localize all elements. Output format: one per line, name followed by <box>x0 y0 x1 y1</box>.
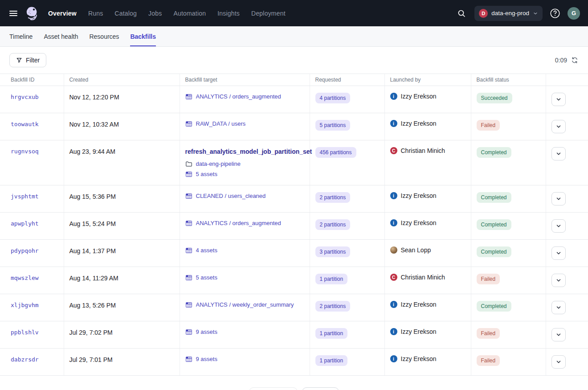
backfill-target-line: 5 assets <box>185 170 304 178</box>
backfill-id-link[interactable]: ppblshlv <box>11 329 39 336</box>
user-initial-avatar: i <box>390 93 397 100</box>
requested-partitions-tag[interactable]: 2 partitions <box>315 301 351 312</box>
deployment-badge: D <box>479 9 488 18</box>
backfill-target-link[interactable]: 9 assets <box>196 328 217 336</box>
asset-table-icon <box>185 356 192 363</box>
asset-table-icon <box>185 220 192 227</box>
requested-partitions-tag[interactable]: 456 partitions <box>315 147 356 158</box>
backfills-table: Backfill ID Created Backfill target Requ… <box>0 74 588 376</box>
row-actions-button[interactable] <box>551 120 566 133</box>
backfill-target-link[interactable]: ANALYTICS / orders_augmented <box>196 219 281 227</box>
backfill-row: hrgvcxub Nov 12, 12:20 PM ANALYTICS / or… <box>0 86 588 113</box>
tab-asset-health[interactable]: Asset health <box>44 26 78 46</box>
backfill-id-link[interactable]: hrgvcxub <box>11 94 39 100</box>
requested-partitions-tag[interactable]: 2 partitions <box>315 219 351 230</box>
requested-partitions-tag[interactable]: 5 partitions <box>315 120 351 131</box>
row-actions-button[interactable] <box>551 147 566 160</box>
row-actions-button[interactable] <box>551 192 566 205</box>
column-header-backfill-id: Backfill ID <box>0 74 64 86</box>
backfill-target-link[interactable]: data-eng-pipeline <box>196 160 241 168</box>
asset-table-icon <box>185 120 192 127</box>
requested-partitions-tag[interactable]: 1 partition <box>315 328 348 339</box>
backfill-target-line: 9 assets <box>185 328 304 336</box>
backfill-status-badge: Failed <box>477 120 500 131</box>
chevron-down-icon <box>533 11 538 16</box>
backfill-target-link[interactable]: ANALYTICS / weekly_order_summary <box>196 301 294 309</box>
launched-by-name: Izzy Erekson <box>401 93 437 100</box>
dagster-logo[interactable] <box>24 5 40 21</box>
backfill-target-link[interactable]: RAW_DATA / users <box>196 120 246 128</box>
requested-partitions-tag[interactable]: 1 partition <box>315 274 348 284</box>
nav-item-jobs[interactable]: Jobs <box>148 10 162 17</box>
backfill-target-link[interactable]: 5 assets <box>196 170 217 178</box>
user-initial-avatar: C <box>390 274 397 281</box>
nav-item-deployment[interactable]: Deployment <box>251 10 286 17</box>
launched-by-user: i Izzy Erekson <box>390 355 466 362</box>
next-page-button[interactable]: Next → <box>302 387 339 390</box>
backfill-row: jvsphtmt Aug 15, 5:36 PM CLEANED / users… <box>0 185 588 213</box>
launched-by-user: C Christian Minich <box>390 147 466 154</box>
row-actions-button[interactable] <box>551 93 566 106</box>
deployment-name: data-eng-prod <box>491 10 529 16</box>
nav-item-automation[interactable]: Automation <box>173 10 206 17</box>
requested-partitions-tag[interactable]: 1 partition <box>315 355 348 366</box>
row-actions-button[interactable] <box>551 301 566 314</box>
requested-partitions-tag[interactable]: 4 partitions <box>315 93 351 103</box>
row-actions-button[interactable] <box>551 328 566 341</box>
column-header-created: Created <box>64 74 180 86</box>
created-timestamp: Nov 12, 10:32 AM <box>69 121 119 128</box>
backfill-id-link[interactable]: apwplyht <box>11 220 39 227</box>
filter-button[interactable]: Filter <box>9 53 46 67</box>
asset-table-icon <box>185 93 192 100</box>
previous-page-button[interactable]: ← Previous <box>249 387 297 390</box>
backfill-target-line: 4 assets <box>185 246 304 255</box>
folder-icon <box>185 160 192 168</box>
row-actions-button[interactable] <box>551 219 566 233</box>
backfill-id-link[interactable]: jvsphtmt <box>11 193 39 200</box>
tab-backfills[interactable]: Backfills <box>130 26 156 46</box>
backfill-target-link[interactable]: 4 assets <box>196 246 217 255</box>
nav-item-catalog[interactable]: Catalog <box>114 10 137 17</box>
backfill-status-badge: Completed <box>477 219 511 230</box>
backfill-id-link[interactable]: dabzrsdr <box>11 356 39 363</box>
created-timestamp: Aug 14, 11:29 AM <box>69 275 118 282</box>
menu-icon[interactable] <box>7 7 20 20</box>
requested-partitions-tag[interactable]: 2 partitions <box>315 192 351 203</box>
backfill-status-badge: Succeeded <box>477 93 512 103</box>
backfill-target-link[interactable]: ANALYTICS / orders_augmented <box>196 93 281 101</box>
backfill-target-link[interactable]: CLEANED / users_cleaned <box>196 192 266 200</box>
column-header-actions <box>546 74 588 86</box>
chevron-down-icon <box>555 359 562 365</box>
backfill-id-link[interactable]: toowautk <box>11 121 39 127</box>
nav-item-overview[interactable]: Overview <box>48 10 77 17</box>
asset-table-icon <box>185 193 192 200</box>
backfill-target-job-link[interactable]: refresh_analytics_model_job_partition_se… <box>185 147 304 156</box>
help-icon[interactable] <box>549 7 561 20</box>
backfill-status-badge: Failed <box>477 328 500 339</box>
launched-by-name: Izzy Erekson <box>401 192 437 199</box>
backfill-id-link[interactable]: xljbgvhm <box>11 302 39 308</box>
nav-item-runs[interactable]: Runs <box>88 10 103 17</box>
tab-timeline[interactable]: Timeline <box>9 26 33 46</box>
backfill-row: apwplyht Aug 15, 5:24 PM ANALYTICS / ord… <box>0 213 588 240</box>
row-actions-button[interactable] <box>551 355 566 369</box>
refresh-icon[interactable] <box>571 57 578 64</box>
user-avatar[interactable]: G <box>568 7 580 20</box>
nav-item-insights[interactable]: Insights <box>217 10 240 17</box>
user-initial-avatar: i <box>390 219 397 226</box>
backfill-id-link[interactable]: pdypqohr <box>11 247 39 254</box>
launched-by-name: Christian Minich <box>401 147 445 154</box>
backfill-id-link[interactable]: mqwszlew <box>11 275 39 281</box>
deployment-switcher[interactable]: D data-eng-prod <box>474 6 543 21</box>
requested-partitions-tag[interactable]: 3 partitions <box>315 246 351 257</box>
row-actions-button[interactable] <box>551 246 566 260</box>
launched-by-user: i Izzy Erekson <box>390 328 466 335</box>
backfill-id-link[interactable]: rugnvsoq <box>11 148 39 155</box>
search-icon[interactable] <box>455 7 468 20</box>
backfill-target-line: 9 assets <box>185 355 304 363</box>
backfill-target-link[interactable]: 5 assets <box>196 274 217 282</box>
tab-resources[interactable]: Resources <box>89 26 119 46</box>
backfill-target-link[interactable]: 9 assets <box>196 355 217 363</box>
backfill-status-badge: Completed <box>477 192 511 203</box>
row-actions-button[interactable] <box>551 274 566 287</box>
